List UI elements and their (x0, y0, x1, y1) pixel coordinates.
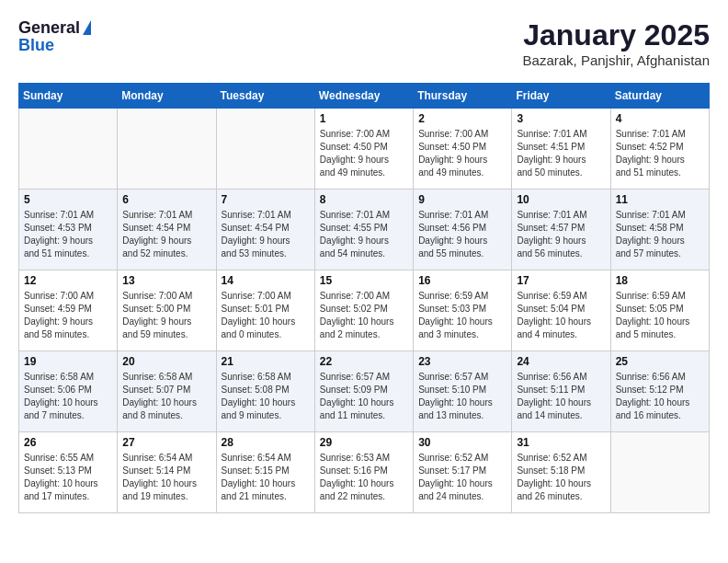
day-number: 31 (517, 436, 605, 449)
calendar-subtitle: Bazarak, Panjshir, Afghanistan (523, 52, 710, 68)
day-number: 2 (418, 112, 506, 125)
weekday-header-sunday: Sunday (19, 84, 118, 109)
calendar-cell: 19Sunrise: 6:58 AM Sunset: 5:06 PM Dayli… (19, 351, 118, 432)
calendar-cell: 9Sunrise: 7:01 AM Sunset: 4:56 PM Daylig… (414, 190, 512, 270)
calendar-cell: 13Sunrise: 7:00 AM Sunset: 5:00 PM Dayli… (118, 270, 216, 351)
calendar-cell: 25Sunrise: 6:56 AM Sunset: 5:12 PM Dayli… (610, 351, 709, 432)
day-info: Sunrise: 7:00 AM Sunset: 4:59 PM Dayligh… (24, 290, 112, 341)
calendar-cell: 4Sunrise: 7:01 AM Sunset: 4:52 PM Daylig… (610, 109, 709, 190)
day-info: Sunrise: 6:59 AM Sunset: 5:05 PM Dayligh… (616, 290, 704, 341)
week-row-5: 26Sunrise: 6:55 AM Sunset: 5:13 PM Dayli… (19, 432, 710, 513)
day-info: Sunrise: 7:00 AM Sunset: 5:00 PM Dayligh… (122, 290, 210, 341)
day-number: 14 (222, 274, 310, 287)
calendar-cell: 7Sunrise: 7:01 AM Sunset: 4:54 PM Daylig… (216, 190, 314, 270)
calendar-cell: 2Sunrise: 7:00 AM Sunset: 4:50 PM Daylig… (414, 109, 512, 190)
day-info: Sunrise: 6:56 AM Sunset: 5:11 PM Dayligh… (517, 371, 605, 422)
calendar-cell: 21Sunrise: 6:58 AM Sunset: 5:08 PM Dayli… (216, 351, 314, 432)
logo: General Blue (18, 18, 91, 55)
calendar-cell: 29Sunrise: 6:53 AM Sunset: 5:16 PM Dayli… (314, 432, 413, 513)
week-row-1: 1Sunrise: 7:00 AM Sunset: 4:50 PM Daylig… (19, 109, 710, 190)
calendar-cell: 5Sunrise: 7:01 AM Sunset: 4:53 PM Daylig… (19, 190, 118, 270)
weekday-header-tuesday: Tuesday (216, 84, 314, 109)
calendar-cell: 10Sunrise: 7:01 AM Sunset: 4:57 PM Dayli… (512, 190, 610, 270)
day-number: 9 (418, 193, 506, 206)
day-info: Sunrise: 6:58 AM Sunset: 5:07 PM Dayligh… (122, 371, 210, 422)
weekday-header-row: SundayMondayTuesdayWednesdayThursdayFrid… (19, 84, 710, 109)
calendar-cell: 3Sunrise: 7:01 AM Sunset: 4:51 PM Daylig… (512, 109, 610, 190)
day-number: 26 (24, 436, 112, 449)
day-number: 4 (616, 112, 704, 125)
calendar-cell: 27Sunrise: 6:54 AM Sunset: 5:14 PM Dayli… (118, 432, 216, 513)
day-info: Sunrise: 6:57 AM Sunset: 5:09 PM Dayligh… (320, 371, 408, 422)
calendar-cell: 22Sunrise: 6:57 AM Sunset: 5:09 PM Dayli… (314, 351, 413, 432)
day-info: Sunrise: 6:54 AM Sunset: 5:14 PM Dayligh… (122, 452, 210, 503)
day-number: 24 (517, 355, 605, 368)
day-number: 19 (24, 355, 112, 368)
calendar-cell (118, 109, 216, 190)
calendar-cell: 28Sunrise: 6:54 AM Sunset: 5:15 PM Dayli… (216, 432, 314, 513)
day-info: Sunrise: 7:01 AM Sunset: 4:57 PM Dayligh… (517, 209, 605, 260)
calendar-title: January 2025 (523, 18, 710, 52)
day-number: 27 (122, 436, 210, 449)
calendar-cell: 18Sunrise: 6:59 AM Sunset: 5:05 PM Dayli… (610, 270, 709, 351)
calendar-cell: 8Sunrise: 7:01 AM Sunset: 4:55 PM Daylig… (314, 190, 413, 270)
day-number: 1 (320, 112, 408, 125)
day-number: 15 (320, 274, 408, 287)
day-info: Sunrise: 7:01 AM Sunset: 4:54 PM Dayligh… (122, 209, 210, 260)
weekday-header-saturday: Saturday (610, 84, 709, 109)
day-number: 16 (418, 274, 506, 287)
day-info: Sunrise: 7:01 AM Sunset: 4:58 PM Dayligh… (616, 209, 704, 260)
day-info: Sunrise: 6:52 AM Sunset: 5:17 PM Dayligh… (418, 452, 506, 503)
calendar-cell: 14Sunrise: 7:00 AM Sunset: 5:01 PM Dayli… (216, 270, 314, 351)
calendar-cell: 30Sunrise: 6:52 AM Sunset: 5:17 PM Dayli… (414, 432, 512, 513)
day-info: Sunrise: 6:59 AM Sunset: 5:03 PM Dayligh… (418, 290, 506, 341)
day-number: 17 (517, 274, 605, 287)
calendar-cell: 17Sunrise: 6:59 AM Sunset: 5:04 PM Dayli… (512, 270, 610, 351)
day-number: 13 (122, 274, 210, 287)
day-number: 29 (320, 436, 408, 449)
day-number: 30 (418, 436, 506, 449)
day-info: Sunrise: 7:01 AM Sunset: 4:55 PM Dayligh… (320, 209, 408, 260)
calendar-cell: 31Sunrise: 6:52 AM Sunset: 5:18 PM Dayli… (512, 432, 610, 513)
calendar-cell: 6Sunrise: 7:01 AM Sunset: 4:54 PM Daylig… (118, 190, 216, 270)
day-number: 20 (122, 355, 210, 368)
calendar-cell: 23Sunrise: 6:57 AM Sunset: 5:10 PM Dayli… (414, 351, 512, 432)
page-header: General Blue January 2025 Bazarak, Panjs… (18, 18, 710, 68)
day-number: 21 (222, 355, 310, 368)
calendar-cell: 1Sunrise: 7:00 AM Sunset: 4:50 PM Daylig… (314, 109, 413, 190)
day-number: 28 (222, 436, 310, 449)
calendar-cell: 12Sunrise: 7:00 AM Sunset: 4:59 PM Dayli… (19, 270, 118, 351)
day-info: Sunrise: 6:58 AM Sunset: 5:06 PM Dayligh… (24, 371, 112, 422)
calendar-cell: 16Sunrise: 6:59 AM Sunset: 5:03 PM Dayli… (414, 270, 512, 351)
calendar-cell: 15Sunrise: 7:00 AM Sunset: 5:02 PM Dayli… (314, 270, 413, 351)
day-info: Sunrise: 7:00 AM Sunset: 4:50 PM Dayligh… (320, 128, 408, 179)
day-number: 22 (320, 355, 408, 368)
calendar-cell (610, 432, 709, 513)
weekday-header-monday: Monday (118, 84, 216, 109)
day-info: Sunrise: 7:00 AM Sunset: 4:50 PM Dayligh… (418, 128, 506, 179)
calendar-cell (19, 109, 118, 190)
week-row-4: 19Sunrise: 6:58 AM Sunset: 5:06 PM Dayli… (19, 351, 710, 432)
calendar-cell: 11Sunrise: 7:01 AM Sunset: 4:58 PM Dayli… (610, 190, 709, 270)
day-info: Sunrise: 6:52 AM Sunset: 5:18 PM Dayligh… (517, 452, 605, 503)
day-info: Sunrise: 6:53 AM Sunset: 5:16 PM Dayligh… (320, 452, 408, 503)
calendar-cell (216, 109, 314, 190)
day-info: Sunrise: 6:56 AM Sunset: 5:12 PM Dayligh… (616, 371, 704, 422)
weekday-header-thursday: Thursday (414, 84, 512, 109)
day-info: Sunrise: 6:54 AM Sunset: 5:15 PM Dayligh… (222, 452, 310, 503)
day-info: Sunrise: 7:00 AM Sunset: 5:02 PM Dayligh… (320, 290, 408, 341)
calendar-cell: 26Sunrise: 6:55 AM Sunset: 5:13 PM Dayli… (19, 432, 118, 513)
day-info: Sunrise: 7:01 AM Sunset: 4:52 PM Dayligh… (616, 128, 704, 179)
logo-general: General (18, 18, 80, 38)
day-number: 18 (616, 274, 704, 287)
day-number: 8 (320, 193, 408, 206)
day-number: 6 (122, 193, 210, 206)
calendar-cell: 24Sunrise: 6:56 AM Sunset: 5:11 PM Dayli… (512, 351, 610, 432)
day-info: Sunrise: 6:55 AM Sunset: 5:13 PM Dayligh… (24, 452, 112, 503)
day-info: Sunrise: 6:58 AM Sunset: 5:08 PM Dayligh… (222, 371, 310, 422)
day-number: 3 (517, 112, 605, 125)
week-row-3: 12Sunrise: 7:00 AM Sunset: 4:59 PM Dayli… (19, 270, 710, 351)
day-number: 25 (616, 355, 704, 368)
weekday-header-wednesday: Wednesday (314, 84, 413, 109)
day-number: 10 (517, 193, 605, 206)
